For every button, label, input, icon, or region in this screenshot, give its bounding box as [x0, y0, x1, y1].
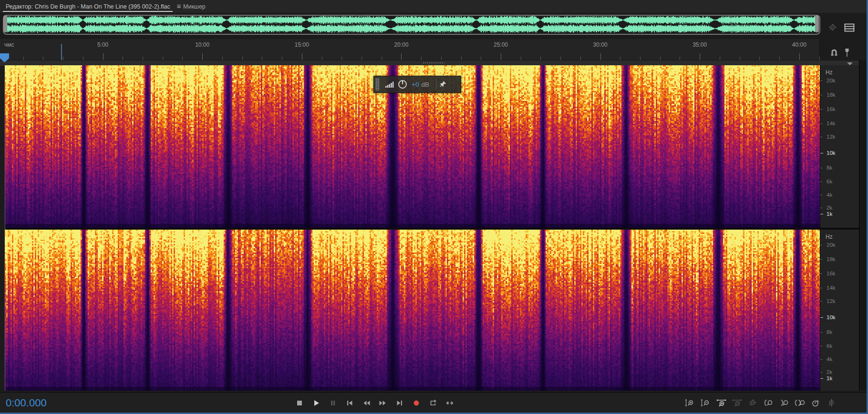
next-button[interactable]	[394, 398, 405, 408]
freq-label: 1k	[827, 211, 832, 217]
freq-tick	[820, 95, 822, 95]
freq-label: 4k	[827, 192, 832, 198]
zoom-selection-button[interactable]	[794, 398, 806, 408]
stop-button[interactable]	[294, 398, 305, 408]
freq-tick	[820, 153, 823, 153]
forward-button[interactable]	[378, 398, 388, 408]
spectrogram-right-channel[interactable]	[5, 230, 820, 391]
overview-zoom-reset-icon[interactable]	[827, 23, 838, 32]
zoom-out-vertical-button[interactable]	[700, 398, 711, 408]
freq-tick	[820, 332, 822, 333]
zoom-full-vertical-button[interactable]	[826, 398, 837, 408]
ruler-tick	[222, 57, 223, 60]
ruler-tick	[362, 57, 362, 60]
ruler-time-label: 25:00	[494, 41, 508, 48]
prev-button[interactable]	[344, 398, 355, 408]
timer-button[interactable]	[810, 398, 821, 408]
ruler-tick	[163, 57, 163, 60]
zoom-in-horizontal-button[interactable]	[715, 398, 727, 408]
ruler-tick	[202, 53, 203, 60]
freq-tick	[820, 259, 822, 260]
freq-tick	[820, 378, 823, 379]
ruler-tick	[560, 57, 561, 60]
gain-unit-label: dB	[421, 81, 429, 88]
ruler-tick	[700, 53, 700, 60]
channel-divider[interactable]	[5, 228, 859, 230]
ruler-tick	[341, 57, 342, 60]
ruler-tick	[302, 53, 302, 60]
freq-unit-label: Hz	[826, 233, 833, 240]
waveform-overview[interactable]	[3, 15, 819, 34]
freq-tick	[820, 346, 822, 346]
loop-button[interactable]	[428, 398, 438, 408]
gain-hud[interactable]: +0 dB	[373, 76, 461, 93]
skip-button[interactable]	[444, 398, 455, 408]
ruler-tick	[103, 53, 103, 60]
hud-separator	[436, 79, 436, 90]
zoom-in-point-button[interactable]	[763, 398, 774, 408]
ruler-tick	[740, 57, 740, 60]
record-button[interactable]	[411, 398, 422, 408]
ruler-time-label: 20:00	[394, 41, 408, 48]
zoom-in-vertical-button[interactable]	[684, 398, 695, 408]
freq-label: 10k	[827, 150, 836, 156]
ruler-tick	[600, 53, 601, 60]
freq-tick	[820, 317, 823, 318]
timeline-ruler[interactable]: чмс 5:0010:0015:0020:0025:0030:0035:0040…	[0, 39, 819, 61]
ruler-tick	[779, 57, 780, 60]
vertical-scrollbar[interactable]	[859, 60, 867, 391]
snap-magnet-icon[interactable]	[829, 47, 839, 58]
freq-label: 18k	[827, 256, 836, 262]
freq-label: 20k	[827, 78, 836, 83]
ruler-tick	[481, 57, 481, 60]
transport-bar: 0:00.000	[0, 392, 867, 413]
time-format-label[interactable]: чмс	[4, 41, 14, 48]
freq-tick	[820, 195, 822, 195]
ruler-tick	[242, 57, 243, 60]
freq-label: 4k	[827, 356, 832, 362]
overview-range-selector[interactable]	[3, 15, 820, 35]
ruler-tick	[182, 57, 183, 60]
hud-drag-handle-icon[interactable]	[375, 78, 380, 91]
freq-tick	[820, 372, 822, 373]
frequency-scale-left[interactable]: Hz20k18k16k14k12k10k8k6k4k2k1k	[820, 65, 859, 228]
tracks-layout-icon[interactable]	[844, 23, 855, 32]
zoom-reset-button[interactable]	[747, 398, 758, 408]
zoom-out-horizontal-button[interactable]	[731, 398, 743, 408]
transport-buttons	[294, 393, 455, 413]
gain-knob-icon[interactable]	[397, 79, 408, 90]
hud-pin-icon[interactable]	[439, 81, 447, 88]
freq-tick	[820, 288, 822, 288]
ruler-tick	[521, 57, 521, 60]
scale-menu-arrow-icon[interactable]	[847, 62, 853, 65]
freq-tick	[820, 245, 822, 245]
freq-label: 20k	[827, 242, 836, 248]
rewind-button[interactable]	[361, 398, 372, 408]
range-handle-right[interactable]	[815, 15, 819, 32]
freq-tick	[820, 182, 822, 182]
pause-button[interactable]	[328, 398, 338, 408]
ruler-tick	[421, 57, 422, 60]
freq-tick	[820, 273, 822, 274]
freq-label: 18k	[827, 92, 836, 98]
active-tab-underline	[3, 11, 173, 12]
freq-tick	[820, 301, 822, 302]
audition-editor-panel: Редактор: Chris De Burgh - Man On The Li…	[0, 0, 868, 414]
range-handle-left[interactable]	[3, 15, 7, 32]
freq-label: 6k	[827, 179, 832, 184]
play-button[interactable]	[311, 398, 321, 408]
ruler-tick	[143, 57, 143, 60]
freq-tick	[820, 214, 823, 214]
zoom-out-point-button[interactable]	[778, 398, 790, 408]
freq-tick	[820, 81, 822, 81]
tab-mixer[interactable]: Микшер	[177, 0, 211, 13]
time-display[interactable]: 0:00.000	[6, 393, 47, 413]
freq-label: 8k	[827, 329, 832, 335]
freq-label: 8k	[827, 165, 832, 171]
add-marker-icon[interactable]	[843, 47, 851, 58]
freq-label: 1k	[827, 375, 832, 381]
ruler-tick	[43, 57, 43, 60]
splitter-grip-dots[interactable]	[423, 62, 444, 64]
gain-value[interactable]: +0	[412, 81, 419, 88]
frequency-scale-right[interactable]: Hz20k18k16k14k12k10k8k6k4k2k1k	[820, 230, 859, 391]
